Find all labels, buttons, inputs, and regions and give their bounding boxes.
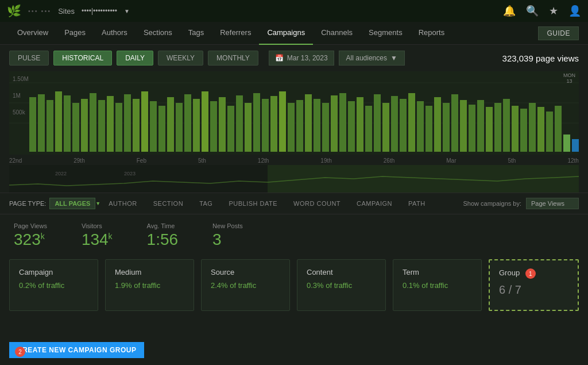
card-campaign[interactable]: Campaign 0.2% of traffic [9,259,98,311]
mon-label: MON 13 [563,72,575,84]
svg-rect-15 [124,94,131,152]
historical-button[interactable]: HISTORICAL [53,51,112,66]
svg-rect-33 [279,91,286,152]
svg-rect-35 [296,100,303,152]
campaigns-by-select[interactable]: Page Views Visitors [526,198,579,209]
svg-rect-48 [408,93,415,152]
svg-rect-29 [245,103,252,152]
svg-rect-14 [115,103,122,152]
filter-campaign[interactable]: CAMPAIGN [349,200,400,207]
metric-visitors: Visitors 134k [82,222,113,249]
sites-label[interactable]: Sites [58,7,75,16]
svg-rect-54 [460,100,467,152]
create-btn-wrapper: 2 CREATE NEW CAMPAIGN GROUP [9,342,144,358]
date-label: Mar 13, 2023 [287,54,328,62]
tab-sections[interactable]: Sections [136,22,180,45]
filter-section[interactable]: SECTION [145,200,191,207]
tab-pages[interactable]: Pages [56,22,94,45]
page-type-selector[interactable]: ALL PAGES [49,198,95,209]
svg-rect-31 [262,99,269,152]
svg-rect-6 [47,100,53,152]
tab-campaigns[interactable]: Campaigns [259,22,313,45]
card-medium[interactable]: Medium 1.9% of traffic [105,259,194,311]
svg-rect-8 [64,95,71,152]
page-views-display: 323,039 page views [502,53,579,63]
tab-overview[interactable]: Overview [9,22,56,45]
mini-chart-svg: 2022 2023 [9,165,579,193]
card-term-stat: 0.1% of traffic [403,281,472,290]
chart-y-labels: 1.50M 1M 500k [13,76,29,116]
svg-rect-66 [563,135,570,152]
svg-rect-63 [537,107,544,152]
card-term-title: Term [403,268,472,276]
tab-channels[interactable]: Channels [313,22,361,45]
svg-rect-5 [38,94,45,152]
svg-rect-38 [322,103,329,152]
metric-new-posts-label: New Posts [212,222,243,229]
metric-avg-time: Avg. Time 1:56 [147,222,179,249]
filter-author[interactable]: AUTHOR [100,200,145,207]
svg-rect-71 [268,165,579,193]
svg-rect-43 [365,106,372,152]
audience-dropdown-icon: ▼ [390,54,397,62]
filter-path[interactable]: PATH [400,200,434,207]
svg-rect-57 [486,107,493,152]
svg-rect-36 [305,94,312,152]
svg-rect-64 [546,112,553,152]
card-group-fraction: 6 / 7 [499,283,568,297]
tab-referrers[interactable]: Referrers [212,22,259,45]
svg-rect-42 [357,97,363,152]
monthly-button[interactable]: MONTHLY [208,51,258,66]
card-content[interactable]: Content 0.3% of traffic [297,259,386,311]
daily-button[interactable]: DAILY [117,51,153,66]
tab-segments[interactable]: Segments [361,22,411,45]
campaign-cards: Campaign 0.2% of traffic Medium 1.9% of … [0,259,588,311]
svg-rect-20 [167,97,174,152]
filter-tag[interactable]: TAG [191,200,220,207]
svg-rect-37 [314,99,320,152]
chart-container: MON 13 1.50M 1M 500k [9,71,579,156]
metric-page-views-value: 323k [14,230,47,249]
card-source[interactable]: Source 2.4% of traffic [201,259,290,311]
tab-authors[interactable]: Authors [94,22,136,45]
group-badge: 1 [525,268,536,279]
search-icon[interactable]: 🔍 [526,5,539,17]
svg-rect-22 [184,94,191,152]
filter-publish-date[interactable]: PUBLISH DATE [220,200,285,207]
svg-rect-34 [288,103,295,152]
metrics-row: Page Views 323k Visitors 134k Avg. Time … [0,214,588,257]
svg-rect-60 [512,106,519,152]
filter-bar: PAGE TYPE: ALL PAGES ▼ AUTHOR SECTION TA… [0,193,588,214]
site-name[interactable]: ••••|•••••••••• [82,7,117,15]
weekly-button[interactable]: WEEKLY [158,51,203,66]
create-campaign-group-button[interactable]: CREATE NEW CAMPAIGN GROUP [9,342,144,358]
svg-rect-32 [270,96,277,152]
tab-reports[interactable]: Reports [411,22,453,45]
tab-tags[interactable]: Tags [180,22,212,45]
logo-icon: 🌿 [7,4,21,18]
svg-rect-47 [400,99,407,152]
svg-rect-17 [141,91,148,152]
favorites-icon[interactable]: ★ [549,5,558,17]
card-group[interactable]: Group 1 6 / 7 [489,259,579,311]
controls-bar: PULSE HISTORICAL DAILY WEEKLY MONTHLY 📅 … [0,45,588,71]
svg-rect-13 [107,96,114,152]
page-type-dropdown[interactable]: ▼ [95,201,100,206]
svg-text:2023: 2023 [124,171,136,176]
x-axis-labels: 22nd 29th Feb 5th 12th 19th 26th Mar 5th… [0,156,588,165]
guide-button[interactable]: GUIDE [538,26,579,40]
user-icon[interactable]: 👤 [568,5,581,17]
filter-word-count[interactable]: WORD COUNT [285,200,349,207]
svg-rect-52 [443,103,450,152]
svg-rect-65 [555,106,562,152]
date-selector[interactable]: 📅 Mar 13, 2023 [269,51,334,66]
notification-icon[interactable]: 🔔 [503,5,516,17]
svg-rect-61 [520,109,527,152]
pulse-button[interactable]: PULSE [9,51,49,66]
audience-selector[interactable]: All audiences ▼ [339,51,405,66]
dropdown-icon[interactable]: ▼ [124,8,130,14]
card-term[interactable]: Term 0.1% of traffic [393,259,482,311]
svg-rect-45 [382,103,389,152]
svg-rect-58 [494,103,501,152]
metric-avg-time-label: Avg. Time [147,222,179,229]
